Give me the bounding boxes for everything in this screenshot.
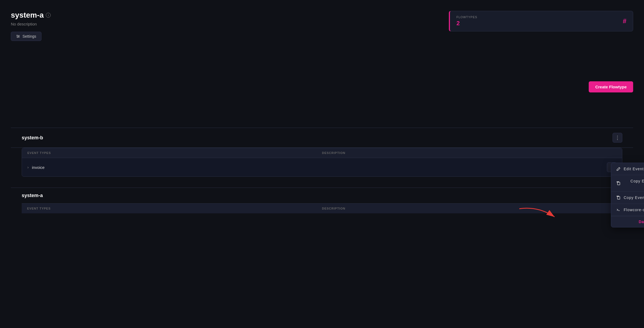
chevron-right-icon: › bbox=[27, 165, 29, 169]
system-a-name: system-a bbox=[22, 193, 43, 198]
invoice-menu-button[interactable]: ⋮ Edit Event Type bbox=[607, 162, 617, 172]
svg-rect-4 bbox=[617, 197, 620, 199]
system-b-header: system-b ⋮ bbox=[11, 128, 633, 148]
terminal-icon bbox=[616, 208, 620, 212]
copy-id-item[interactable]: Copy Event Type ID to clipboard bbox=[611, 192, 644, 204]
system-b-table: EVENT TYPES DESCRIPTION › invoice ⋮ bbox=[22, 148, 622, 177]
description-col-header: DESCRIPTION bbox=[322, 151, 617, 155]
settings-sliders-icon bbox=[16, 34, 20, 38]
clipboard-icon-2 bbox=[616, 195, 620, 200]
stream-command-item[interactable]: Flowcore-cli stream command bbox=[611, 204, 644, 216]
system-a-section: system-a EVENT TYPES DESCRIPTION bbox=[11, 188, 633, 213]
stream-command-label: Flowcore-cli stream command bbox=[624, 208, 644, 212]
settings-label: Settings bbox=[22, 34, 36, 38]
svg-point-0 bbox=[17, 35, 18, 36]
table-row: › invoice ⋮ bbox=[22, 158, 622, 176]
system-a-table-header: EVENT TYPES DESCRIPTION bbox=[22, 203, 622, 213]
flowtypes-card: FLOWTYPES 2 # bbox=[449, 11, 633, 31]
system-b-table-header: EVENT TYPES DESCRIPTION bbox=[22, 148, 622, 158]
description-col-header-2: DESCRIPTION bbox=[322, 207, 617, 210]
event-types-col-header: EVENT TYPES bbox=[27, 151, 322, 155]
edit-event-type-label: Edit Event Type bbox=[624, 167, 644, 171]
edit-icon bbox=[616, 167, 620, 171]
event-types-col-header-2: EVENT TYPES bbox=[27, 207, 322, 210]
settings-button[interactable]: Settings bbox=[11, 32, 41, 41]
svg-rect-3 bbox=[617, 182, 620, 185]
create-flowtype-button[interactable]: Create Flowtype bbox=[589, 81, 633, 92]
event-type-name: invoice bbox=[32, 165, 45, 170]
copy-name-label: Copy Event Type name to clipboard bbox=[624, 179, 644, 188]
system-b-name: system-b bbox=[22, 135, 43, 141]
system-b-menu-button[interactable]: ⋮ bbox=[613, 133, 622, 143]
copy-id-label: Copy Event Type ID to clipboard bbox=[624, 195, 644, 200]
danger-zone[interactable]: Danger zone bbox=[611, 216, 644, 227]
copy-name-item[interactable]: Copy Event Type name to clipboard bbox=[611, 175, 644, 192]
system-a-header: system-a bbox=[11, 188, 633, 203]
flowtypes-count: 2 bbox=[456, 20, 477, 27]
flowtypes-label: FLOWTYPES bbox=[456, 15, 477, 19]
app-title: system-a bbox=[11, 11, 44, 20]
hash-icon: # bbox=[623, 17, 626, 25]
context-menu: Edit Event Type Copy E bbox=[611, 163, 644, 227]
info-icon[interactable]: i bbox=[46, 13, 51, 18]
svg-point-2 bbox=[17, 37, 18, 38]
edit-event-type-item[interactable]: Edit Event Type bbox=[611, 163, 644, 175]
clipboard-icon-1 bbox=[616, 181, 620, 185]
